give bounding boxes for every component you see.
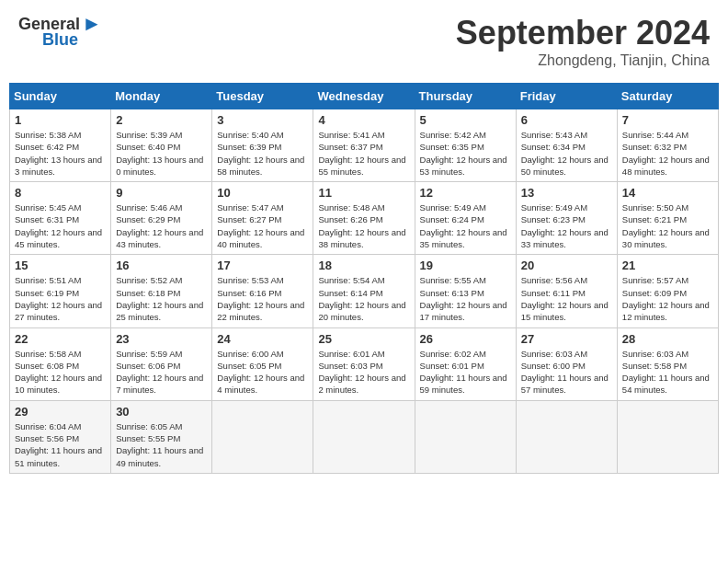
- day-info: Sunrise: 5:58 AMSunset: 6:08 PMDaylight:…: [15, 348, 106, 396]
- calendar-cell: 3Sunrise: 5:40 AMSunset: 6:39 PMDaylight…: [212, 109, 313, 182]
- page-header: General ► Blue September 2024 Zhongdeng,…: [9, 9, 719, 74]
- calendar-cell: [516, 400, 617, 473]
- day-info: Sunrise: 6:03 AMSunset: 5:58 PMDaylight:…: [622, 348, 713, 396]
- day-info: Sunrise: 6:00 AMSunset: 6:05 PMDaylight:…: [217, 348, 308, 396]
- calendar-cell: 10Sunrise: 5:47 AMSunset: 6:27 PMDayligh…: [212, 182, 313, 255]
- day-info: Sunrise: 5:53 AMSunset: 6:16 PMDaylight:…: [217, 274, 308, 323]
- calendar-cell: 25Sunrise: 6:01 AMSunset: 6:03 PMDayligh…: [313, 327, 415, 400]
- calendar-cell: 17Sunrise: 5:53 AMSunset: 6:16 PMDayligh…: [212, 255, 313, 327]
- calendar-cell: 4Sunrise: 5:41 AMSunset: 6:37 PMDaylight…: [313, 109, 415, 182]
- day-number: 29: [15, 405, 106, 419]
- day-number: 9: [116, 186, 207, 200]
- day-number: 10: [217, 186, 308, 200]
- day-number: 3: [217, 113, 308, 127]
- day-info: Sunrise: 5:40 AMSunset: 6:39 PMDaylight:…: [217, 129, 308, 178]
- calendar-cell: 7Sunrise: 5:44 AMSunset: 6:32 PMDaylight…: [617, 109, 718, 182]
- calendar-cell: 12Sunrise: 5:49 AMSunset: 6:24 PMDayligh…: [415, 182, 516, 255]
- day-number: 14: [622, 186, 713, 200]
- calendar-cell: 20Sunrise: 5:56 AMSunset: 6:11 PMDayligh…: [516, 255, 617, 327]
- calendar-cell: 19Sunrise: 5:55 AMSunset: 6:13 PMDayligh…: [415, 255, 516, 327]
- day-number: 1: [15, 113, 106, 127]
- day-number: 15: [15, 259, 106, 272]
- day-info: Sunrise: 5:55 AMSunset: 6:13 PMDaylight:…: [420, 274, 511, 323]
- day-info: Sunrise: 5:51 AMSunset: 6:19 PMDaylight:…: [15, 274, 106, 323]
- day-number: 18: [318, 259, 409, 272]
- day-number: 30: [116, 405, 207, 419]
- day-info: Sunrise: 5:56 AMSunset: 6:11 PMDaylight:…: [521, 274, 612, 323]
- day-info: Sunrise: 5:59 AMSunset: 6:06 PMDaylight:…: [116, 348, 207, 396]
- day-number: 23: [116, 332, 207, 346]
- day-number: 26: [420, 332, 511, 346]
- day-info: Sunrise: 5:50 AMSunset: 6:21 PMDaylight:…: [622, 201, 713, 250]
- calendar-cell: 8Sunrise: 5:45 AMSunset: 6:31 PMDaylight…: [10, 182, 111, 255]
- day-info: Sunrise: 5:49 AMSunset: 6:23 PMDaylight:…: [521, 201, 612, 250]
- logo-blue-text: Blue: [42, 30, 78, 50]
- calendar-cell: 29Sunrise: 6:04 AMSunset: 5:56 PMDayligh…: [10, 400, 111, 473]
- day-number: 12: [420, 186, 511, 200]
- day-number: 20: [521, 259, 612, 272]
- calendar-cell: 15Sunrise: 5:51 AMSunset: 6:19 PMDayligh…: [10, 255, 111, 327]
- day-info: Sunrise: 5:52 AMSunset: 6:18 PMDaylight:…: [116, 274, 207, 323]
- day-number: 17: [217, 259, 308, 272]
- calendar-cell: 27Sunrise: 6:03 AMSunset: 6:00 PMDayligh…: [516, 327, 617, 400]
- day-info: Sunrise: 5:54 AMSunset: 6:14 PMDaylight:…: [318, 274, 409, 323]
- day-info: Sunrise: 6:01 AMSunset: 6:03 PMDaylight:…: [318, 348, 409, 396]
- calendar-cell: 26Sunrise: 6:02 AMSunset: 6:01 PMDayligh…: [415, 327, 516, 400]
- col-header-saturday: Saturday: [617, 84, 718, 109]
- day-info: Sunrise: 5:44 AMSunset: 6:32 PMDaylight:…: [622, 129, 713, 178]
- day-info: Sunrise: 5:41 AMSunset: 6:37 PMDaylight:…: [318, 129, 409, 178]
- calendar-cell: 14Sunrise: 5:50 AMSunset: 6:21 PMDayligh…: [617, 182, 718, 255]
- calendar-cell: [617, 400, 718, 473]
- col-header-tuesday: Tuesday: [212, 84, 313, 109]
- day-number: 13: [521, 186, 612, 200]
- day-number: 24: [217, 332, 308, 346]
- day-number: 19: [420, 259, 511, 272]
- day-number: 6: [521, 113, 612, 127]
- day-info: Sunrise: 5:43 AMSunset: 6:34 PMDaylight:…: [521, 129, 612, 178]
- logo: General ► Blue: [18, 14, 102, 50]
- day-number: 7: [622, 113, 713, 127]
- calendar-cell: [415, 400, 516, 473]
- calendar-cell: 22Sunrise: 5:58 AMSunset: 6:08 PMDayligh…: [10, 327, 111, 400]
- day-number: 28: [622, 332, 713, 346]
- day-number: 2: [116, 113, 207, 127]
- calendar-cell: 1Sunrise: 5:38 AMSunset: 6:42 PMDaylight…: [10, 109, 111, 182]
- day-info: Sunrise: 5:42 AMSunset: 6:35 PMDaylight:…: [420, 129, 511, 178]
- week-row-4: 22Sunrise: 5:58 AMSunset: 6:08 PMDayligh…: [10, 327, 719, 400]
- week-row-1: 1Sunrise: 5:38 AMSunset: 6:42 PMDaylight…: [10, 109, 719, 182]
- calendar-cell: 16Sunrise: 5:52 AMSunset: 6:18 PMDayligh…: [111, 255, 212, 327]
- day-number: 25: [318, 332, 409, 346]
- day-info: Sunrise: 5:46 AMSunset: 6:29 PMDaylight:…: [116, 201, 207, 250]
- col-header-friday: Friday: [516, 84, 617, 109]
- calendar-cell: 30Sunrise: 6:05 AMSunset: 5:55 PMDayligh…: [111, 400, 212, 473]
- calendar-cell: 5Sunrise: 5:42 AMSunset: 6:35 PMDaylight…: [415, 109, 516, 182]
- col-header-sunday: Sunday: [10, 84, 111, 109]
- day-info: Sunrise: 6:02 AMSunset: 6:01 PMDaylight:…: [420, 348, 511, 396]
- day-info: Sunrise: 5:48 AMSunset: 6:26 PMDaylight:…: [318, 201, 409, 250]
- calendar-cell: 9Sunrise: 5:46 AMSunset: 6:29 PMDaylight…: [111, 182, 212, 255]
- day-number: 22: [15, 332, 106, 346]
- day-info: Sunrise: 5:39 AMSunset: 6:40 PMDaylight:…: [116, 129, 207, 178]
- title-block: September 2024 Zhongdeng, Tianjin, China: [456, 14, 710, 69]
- week-row-2: 8Sunrise: 5:45 AMSunset: 6:31 PMDaylight…: [10, 182, 719, 255]
- col-header-thursday: Thursday: [415, 84, 516, 109]
- week-row-3: 15Sunrise: 5:51 AMSunset: 6:19 PMDayligh…: [10, 255, 719, 327]
- day-info: Sunrise: 6:03 AMSunset: 6:00 PMDaylight:…: [521, 348, 612, 396]
- day-number: 21: [622, 259, 713, 272]
- day-info: Sunrise: 6:04 AMSunset: 5:56 PMDaylight:…: [15, 420, 106, 469]
- day-number: 8: [15, 186, 106, 200]
- calendar-cell: [313, 400, 415, 473]
- day-info: Sunrise: 5:57 AMSunset: 6:09 PMDaylight:…: [622, 274, 713, 323]
- day-number: 27: [521, 332, 612, 346]
- day-number: 11: [318, 186, 409, 200]
- col-header-monday: Monday: [111, 84, 212, 109]
- calendar-cell: 18Sunrise: 5:54 AMSunset: 6:14 PMDayligh…: [313, 255, 415, 327]
- calendar-cell: 24Sunrise: 6:00 AMSunset: 6:05 PMDayligh…: [212, 327, 313, 400]
- calendar-header-row: SundayMondayTuesdayWednesdayThursdayFrid…: [10, 84, 719, 109]
- day-info: Sunrise: 6:05 AMSunset: 5:55 PMDaylight:…: [116, 420, 207, 469]
- calendar-cell: 2Sunrise: 5:39 AMSunset: 6:40 PMDaylight…: [111, 109, 212, 182]
- calendar-cell: 21Sunrise: 5:57 AMSunset: 6:09 PMDayligh…: [617, 255, 718, 327]
- location-title: Zhongdeng, Tianjin, China: [456, 52, 710, 69]
- day-number: 5: [420, 113, 511, 127]
- col-header-wednesday: Wednesday: [313, 84, 415, 109]
